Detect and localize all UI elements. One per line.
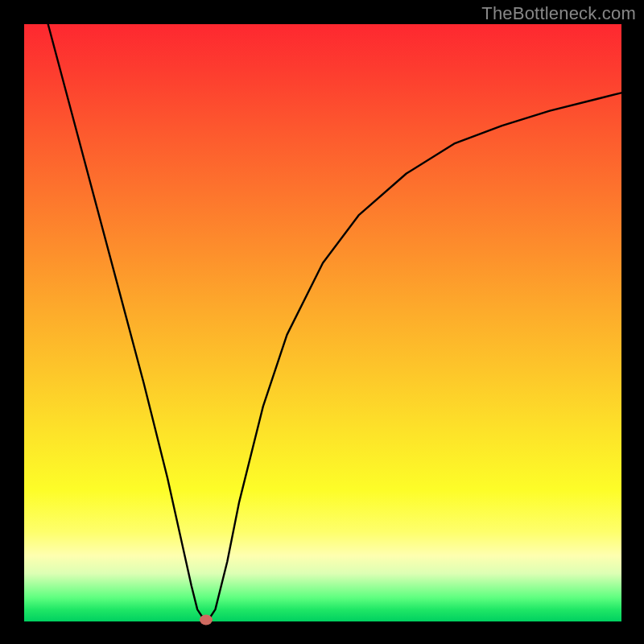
optimal-point-marker xyxy=(200,614,213,625)
chart-gradient-background xyxy=(24,24,621,621)
watermark-text: TheBottleneck.com xyxy=(481,3,636,24)
